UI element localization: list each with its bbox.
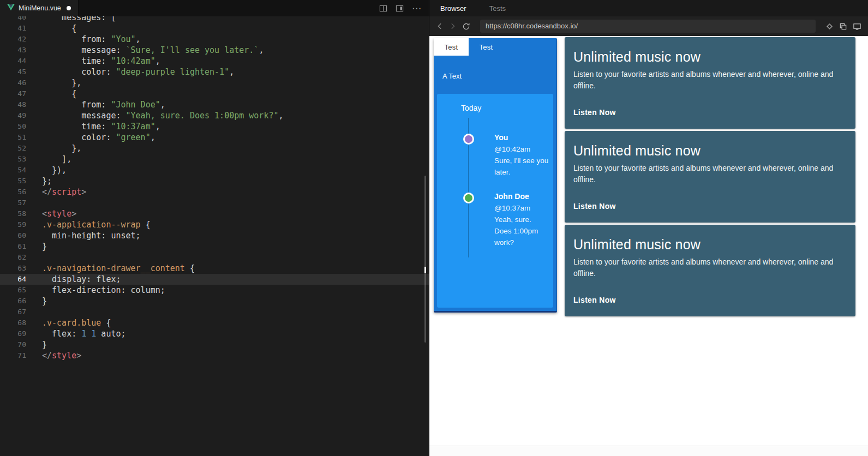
code-token: 1 1 <box>81 329 96 339</box>
code-line[interactable]: 42 from: "You", <box>0 34 429 45</box>
responsive-mode-icon[interactable] <box>825 22 834 31</box>
code-token: , <box>155 56 160 66</box>
code-line[interactable]: 66} <box>0 296 429 307</box>
code-text: time: "10:37am", <box>26 121 160 132</box>
code-token: }), <box>42 165 67 175</box>
music-card-title: Unlimited music now <box>565 225 855 253</box>
code-text: .v-navigation-drawer__content { <box>26 263 195 274</box>
listen-now-button[interactable]: Listen Now <box>573 296 616 304</box>
code-line[interactable]: 60 min-height: unset; <box>0 230 429 241</box>
editor-scrollbar[interactable] <box>422 16 429 456</box>
music-card-title: Unlimited music now <box>565 131 855 159</box>
editor-tab-minimenu[interactable]: MiniMenu.vue <box>0 0 79 16</box>
code-line[interactable]: 46 }, <box>0 77 429 88</box>
open-preview-icon[interactable] <box>396 4 404 13</box>
listen-now-button[interactable]: Listen Now <box>573 202 616 211</box>
forward-icon[interactable] <box>449 22 457 30</box>
code-line[interactable]: 54 }), <box>0 165 429 176</box>
code-editor[interactable]: 40 messages: [41 {42 from: "You",43 mess… <box>0 16 429 456</box>
timeline-message: Yeah, sure. Does 1:00pm work? <box>494 214 549 248</box>
url-bar[interactable]: https://c08hr.codesandbox.io/ <box>480 20 816 33</box>
code-line[interactable]: 44 time: "10:42am", <box>0 56 429 67</box>
code-token: > <box>76 351 81 361</box>
music-card: Unlimited music now Listen to your favor… <box>565 225 855 316</box>
code-token: "10:37am" <box>111 122 155 131</box>
code-token: message: <box>42 45 126 55</box>
tab-tests[interactable]: Tests <box>489 4 506 13</box>
code-line[interactable]: 71</style> <box>0 350 429 361</box>
timeline-time: @10:37am <box>494 202 549 214</box>
listen-now-button[interactable]: Listen Now <box>573 108 616 117</box>
line-number: 62 <box>0 252 26 263</box>
code-text: time: "10:42am", <box>26 56 160 67</box>
line-number: 49 <box>0 110 26 121</box>
code-line[interactable]: 70} <box>0 339 429 350</box>
timeline-item: John Doe @10:37am Yeah, sure. Does 1:00p… <box>437 191 553 248</box>
code-line[interactable]: 48 from: "John Doe", <box>0 99 429 110</box>
editor-tabbar: MiniMenu.vue ⋯ <box>0 0 429 16</box>
code-line[interactable]: 65 flex-direction: column; <box>0 285 429 296</box>
code-token: color: <box>42 133 116 142</box>
code-lines: 40 messages: [41 {42 from: "You",43 mess… <box>0 16 429 361</box>
code-token: "green" <box>116 133 150 142</box>
line-number: 51 <box>0 132 26 143</box>
code-text: display: flex; <box>26 274 121 285</box>
code-line[interactable]: 62 <box>0 252 429 263</box>
code-line[interactable]: 51 color: "green", <box>0 132 429 143</box>
code-line[interactable]: 58<style> <box>0 208 429 219</box>
code-line[interactable]: 59.v-application--wrap { <box>0 219 429 230</box>
code-text: .v-application--wrap { <box>26 219 151 230</box>
open-in-browser-icon[interactable] <box>853 22 861 31</box>
code-text: { <box>26 88 76 99</box>
line-number: 64 <box>0 274 26 285</box>
code-line[interactable]: 50 time: "10:37am", <box>0 121 429 132</box>
line-number: 44 <box>0 56 26 67</box>
duplicate-window-icon[interactable] <box>839 22 847 31</box>
navigation-drawer: Test Test A Text Today You @10:42am Sure… <box>434 38 557 313</box>
code-line[interactable]: 56</script> <box>0 187 429 197</box>
code-text: flex: 1 1 auto; <box>26 328 126 339</box>
editor-tab-filename: MiniMenu.vue <box>19 4 61 12</box>
code-token: , <box>160 100 165 110</box>
code-line[interactable]: 43 message: `Sure, I'll see you later.`, <box>0 45 429 56</box>
code-text <box>26 197 42 208</box>
code-token: .v-card.blue <box>42 318 101 328</box>
code-token: time: <box>42 122 111 131</box>
code-line[interactable]: 68.v-card.blue { <box>0 317 429 328</box>
line-number: 55 <box>0 176 26 187</box>
drawer-tab-test-2[interactable]: Test <box>469 38 504 56</box>
drawer-tab-test-1[interactable]: Test <box>434 38 469 56</box>
code-token: , <box>155 122 160 131</box>
tab-browser[interactable]: Browser <box>440 4 466 13</box>
scrollbar-thumb[interactable] <box>424 176 426 343</box>
code-line[interactable]: 49 message: "Yeah, sure. Does 1:00pm wor… <box>0 110 429 121</box>
split-view-icon[interactable] <box>379 4 387 13</box>
code-line[interactable]: 40 messages: [ <box>0 16 429 23</box>
drawer-list-item[interactable]: A Text <box>434 72 556 83</box>
code-line[interactable]: 57 <box>0 197 429 208</box>
refresh-icon[interactable] <box>462 22 470 31</box>
code-line[interactable]: 64 display: flex; <box>0 274 429 285</box>
code-line[interactable]: 45 color: "deep-purple lighten-1", <box>0 67 429 77</box>
code-line[interactable]: 61} <box>0 241 429 252</box>
line-number: 68 <box>0 317 26 328</box>
code-line[interactable]: 53 ], <box>0 154 429 165</box>
more-actions-icon[interactable]: ⋯ <box>412 4 421 13</box>
code-line[interactable]: 55}; <box>0 176 429 187</box>
timeline-card: Today You @10:42am Sure, I'll see you la… <box>437 94 553 308</box>
code-token: } <box>42 242 47 251</box>
code-line[interactable]: 63.v-navigation-drawer__content { <box>0 263 429 274</box>
code-line[interactable]: 41 { <box>0 23 429 34</box>
timeline-dot <box>463 193 474 203</box>
music-card-subtitle: Listen to your favorite artists and albu… <box>565 159 855 185</box>
code-line[interactable]: 52 }, <box>0 143 429 154</box>
code-line[interactable]: 47 { <box>0 88 429 99</box>
timeline-item: You @10:42am Sure, I'll see you later. <box>437 132 553 178</box>
code-text: <style> <box>26 208 76 219</box>
code-text: }; <box>26 176 52 187</box>
back-icon[interactable] <box>436 22 444 30</box>
code-text: } <box>26 296 47 307</box>
code-line[interactable]: 67 <box>0 307 429 317</box>
line-number: 57 <box>0 197 26 208</box>
code-line[interactable]: 69 flex: 1 1 auto; <box>0 328 429 339</box>
